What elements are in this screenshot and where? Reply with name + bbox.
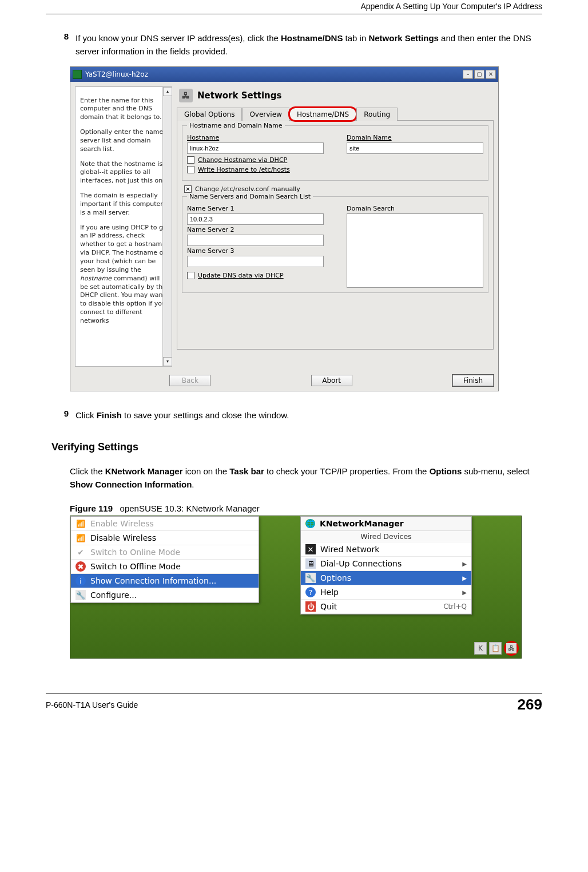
scroll-down-button[interactable]: ▾ bbox=[163, 357, 172, 366]
chevron-right-icon: ▶ bbox=[462, 589, 467, 596]
step-9-text: Click Finish to save your settings and c… bbox=[76, 409, 289, 422]
online-icon: ✔ bbox=[76, 547, 86, 557]
network-settings-icon: 🖧 bbox=[179, 89, 193, 102]
domain-search-box[interactable] bbox=[347, 213, 483, 288]
wrench-icon: 🔧 bbox=[76, 590, 86, 600]
ns1-label: Name Server 1 bbox=[187, 205, 324, 212]
chevron-right-icon: ▶ bbox=[462, 575, 467, 581]
tray-clipboard-icon[interactable]: 📋 bbox=[489, 642, 502, 655]
titlebar: YaST2@linux-h2oz – ▢ ✕ bbox=[70, 67, 498, 82]
tray-network-icon-highlight: 🖧 bbox=[504, 641, 519, 656]
knetworkmanager-title: 🌐KNetworkManager bbox=[301, 517, 471, 531]
wired-devices-subhead: Wired Devices bbox=[301, 531, 471, 542]
hostname-input[interactable] bbox=[187, 142, 324, 154]
knetworkmanager-screenshot: 📶Enable Wireless 📶Disable Wireless ✔Swit… bbox=[70, 516, 522, 659]
step-8-text: If you know your DNS server IP address(e… bbox=[76, 31, 542, 58]
tray-network-icon[interactable]: 🖧 bbox=[506, 643, 517, 653]
wireless-icon: 📶 bbox=[76, 518, 86, 529]
menu-dialup[interactable]: 🖥Dial-Up Connections▶ bbox=[301, 557, 471, 571]
tab-global-options[interactable]: Global Options bbox=[177, 108, 242, 121]
quit-icon: ⏻ bbox=[305, 601, 316, 612]
hostname-label: Hostname bbox=[187, 134, 324, 141]
chk-write-hostname-hosts[interactable] bbox=[187, 166, 194, 173]
menu-show-connection-info[interactable]: iShow Connection Information... bbox=[71, 574, 259, 588]
menu-options[interactable]: 🔧Options▶ bbox=[301, 571, 471, 585]
footer-guide: P-660N-T1A User's Guide bbox=[46, 700, 138, 710]
ns2-input[interactable] bbox=[187, 235, 324, 246]
chk-change-hostname-dhcp[interactable] bbox=[187, 156, 194, 164]
window-title: YaST2@linux-h2oz bbox=[85, 70, 459, 78]
yast-app-icon bbox=[73, 70, 82, 79]
help-icon: ? bbox=[305, 587, 316, 597]
help-scrollbar[interactable]: ▴ ▾ bbox=[162, 87, 172, 366]
monitor-icon: 🖥 bbox=[305, 558, 316, 569]
domain-search-label: Domain Search bbox=[347, 205, 483, 212]
menu-disable-wireless[interactable]: 📶Disable Wireless bbox=[71, 531, 259, 545]
menu-enable-wireless: 📶Enable Wireless bbox=[71, 517, 259, 531]
tab-routing[interactable]: Routing bbox=[356, 108, 398, 121]
figure-caption: Figure 119 openSUSE 10.3: KNetwork Manag… bbox=[70, 504, 542, 513]
offline-icon: ✖ bbox=[76, 561, 86, 572]
system-tray: K 📋 🖧 bbox=[474, 641, 519, 656]
options-submenu: 📶Enable Wireless 📶Disable Wireless ✔Swit… bbox=[70, 516, 259, 603]
footer-page-number: 269 bbox=[518, 696, 542, 714]
wireless-off-icon: 📶 bbox=[76, 533, 86, 543]
checkbox-icon: ✕ bbox=[305, 544, 316, 554]
step-9: 9 Click Finish to save your settings and… bbox=[56, 409, 542, 422]
network-settings-heading: 🖧 Network Settings bbox=[177, 86, 494, 107]
menu-switch-offline[interactable]: ✖Switch to Offline Mode bbox=[71, 560, 259, 574]
scroll-up-button[interactable]: ▴ bbox=[163, 87, 172, 96]
domain-name-input[interactable] bbox=[347, 142, 483, 154]
finish-button[interactable]: Finish bbox=[452, 375, 494, 386]
verify-paragraph: Click the KNetwork Manager icon on the T… bbox=[70, 465, 542, 492]
abort-button[interactable]: Abort bbox=[311, 375, 352, 386]
wrench-icon: 🔧 bbox=[305, 573, 316, 583]
tray-k-icon[interactable]: K bbox=[474, 642, 487, 655]
info-icon: i bbox=[76, 576, 86, 586]
chevron-right-icon: ▶ bbox=[462, 561, 467, 567]
domain-name-label: Domain Name bbox=[347, 134, 483, 141]
step-8-number: 8 bbox=[56, 31, 76, 58]
group-hostname-domain: Hostname and Domain Name bbox=[187, 122, 285, 129]
ns3-input[interactable] bbox=[187, 256, 324, 267]
globe-icon: 🌐 bbox=[305, 519, 315, 528]
step-9-number: 9 bbox=[56, 409, 76, 422]
chk-update-dns-dhcp[interactable] bbox=[187, 272, 194, 279]
ns1-input[interactable] bbox=[187, 213, 324, 225]
chk-change-resolv-manually[interactable] bbox=[184, 185, 192, 193]
menu-wired-network[interactable]: ✕Wired Network bbox=[301, 542, 471, 557]
ns2-label: Name Server 2 bbox=[187, 226, 324, 233]
group-name-servers: Name Servers and Domain Search List bbox=[187, 193, 313, 200]
help-panel: Enter the name for this computer and the… bbox=[75, 86, 172, 367]
maximize-button[interactable]: ▢ bbox=[474, 70, 484, 79]
tab-overview[interactable]: Overview bbox=[242, 108, 289, 121]
menu-configure[interactable]: 🔧Configure... bbox=[71, 588, 259, 603]
ns3-label: Name Server 3 bbox=[187, 247, 324, 255]
close-button[interactable]: ✕ bbox=[486, 70, 496, 79]
menu-quit[interactable]: ⏻QuitCtrl+Q bbox=[301, 600, 471, 614]
knetworkmanager-menu: 🌐KNetworkManager Wired Devices ✕Wired Ne… bbox=[300, 516, 472, 615]
back-button: Back bbox=[169, 375, 210, 386]
yast-window: YaST2@linux-h2oz – ▢ ✕ Enter the name fo… bbox=[70, 66, 499, 391]
section-verifying-settings: Verifying Settings bbox=[51, 441, 542, 453]
step-8: 8 If you know your DNS server IP address… bbox=[56, 31, 542, 58]
minimize-button[interactable]: – bbox=[463, 70, 473, 79]
menu-help[interactable]: ?Help▶ bbox=[301, 585, 471, 600]
menu-switch-online: ✔Switch to Online Mode bbox=[71, 545, 259, 560]
header-chapter: Appendix A Setting Up Your Computer's IP… bbox=[360, 2, 542, 11]
tab-hostname-dns[interactable]: Hostname/DNS bbox=[289, 108, 356, 121]
